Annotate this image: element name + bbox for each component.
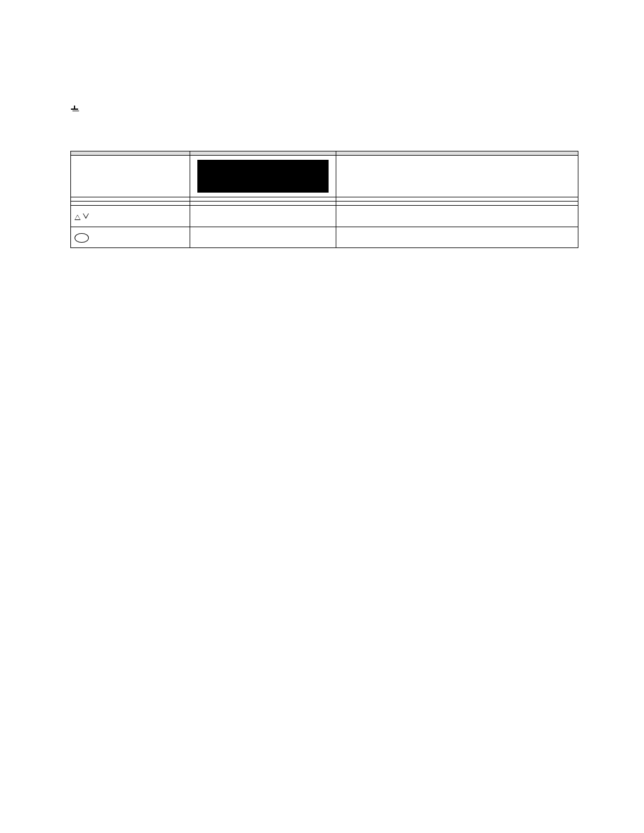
- cell-exp-4: [336, 206, 578, 227]
- trig-gnd-def: [70, 100, 578, 118]
- triangle-up-icon: [75, 214, 80, 219]
- cell-proc-5: [71, 227, 190, 248]
- cell-proc-3: [71, 202, 190, 206]
- vfd-display-panel: [197, 160, 329, 193]
- cell-disp-3: [190, 202, 336, 206]
- cell-proc-2: [71, 197, 190, 202]
- cell-disp-1: [190, 156, 336, 197]
- cell-proc-1: [71, 156, 190, 197]
- ground-symbol-icon: [70, 106, 79, 114]
- cell-exp-1: [336, 156, 578, 197]
- triangle-down-icon: [83, 214, 89, 219]
- cell-exp-5: [336, 227, 578, 248]
- cell-disp-5: [190, 227, 336, 248]
- table-row: [71, 202, 578, 206]
- esc-key-icon: [75, 233, 89, 243]
- th-display: [190, 151, 336, 156]
- cell-disp-2: [190, 197, 336, 202]
- table-row: [71, 206, 578, 227]
- th-explanation: [336, 151, 578, 156]
- table-row: [71, 156, 578, 197]
- table-row: [71, 197, 578, 202]
- trig-gnd-label: [70, 104, 79, 114]
- cell-exp-3: [336, 202, 578, 206]
- table-header-row: [71, 151, 578, 156]
- th-procedure: [71, 151, 190, 156]
- cell-proc-4: [71, 206, 190, 227]
- cell-disp-4: [190, 206, 336, 227]
- document-page: [0, 0, 644, 296]
- checkout-procedure-table: [70, 151, 578, 248]
- table-row: [71, 227, 578, 248]
- cell-exp-2: [336, 197, 578, 202]
